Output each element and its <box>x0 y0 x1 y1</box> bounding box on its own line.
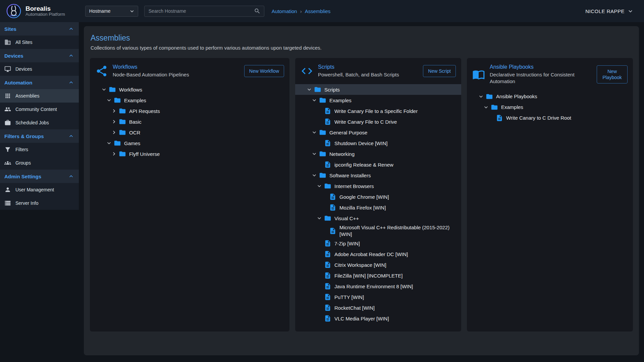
sidebar-item-scheduled-jobs[interactable]: Scheduled Jobs <box>0 116 79 129</box>
sidebar-section-automation[interactable]: Automation <box>0 76 79 89</box>
tree-node-write-canary-file-to-a-specific-folder[interactable]: Write Canary File to a Specific Folder <box>295 106 461 116</box>
chevron-right-icon[interactable] <box>111 107 119 115</box>
chevron-down-icon[interactable] <box>478 93 486 101</box>
tree-node-examples[interactable]: Examples <box>295 95 461 106</box>
tree-node-adobe-acrobat-reader-dc-win[interactable]: Adobe Acrobat Reader DC [WIN] <box>295 249 461 259</box>
sidebar-section-items: AssembliesCommunity ContentScheduled Job… <box>0 89 79 129</box>
tree-node-7-zip-win[interactable]: 7-Zip [WIN] <box>295 238 461 249</box>
sidebar-item-label: Server Info <box>15 200 38 206</box>
user-menu[interactable]: NICOLE RAPPE <box>585 8 634 15</box>
tree-node-scripts[interactable]: Scripts <box>295 84 461 95</box>
file-icon <box>329 204 336 211</box>
tree-node-rocketchat-win[interactable]: RocketChat [WIN] <box>295 302 461 313</box>
brand-name: Borealis <box>25 5 65 12</box>
file-icon <box>324 283 331 290</box>
tree-node-networking[interactable]: Networking <box>295 148 461 159</box>
new-playbook-button[interactable]: New Playbook <box>597 65 628 83</box>
assemblies-panel: Assemblies Collections of various types … <box>84 26 639 355</box>
tree-node-examples[interactable]: Examples <box>90 95 289 106</box>
tree-node-citrix-workspace-win[interactable]: Citrix Workspace [WIN] <box>295 259 461 270</box>
chevron-down-icon[interactable] <box>311 96 319 104</box>
hostname-select[interactable]: Hostname <box>85 6 138 17</box>
chevron-right-icon[interactable] <box>111 118 119 126</box>
tree-node-putty-win[interactable]: PuTTY [WIN] <box>295 292 461 302</box>
tree-node-label: Google Chrome [WIN] <box>339 194 389 200</box>
chevron-down-icon[interactable] <box>483 103 491 111</box>
new-script-button[interactable]: New Script <box>423 65 456 77</box>
chevron-right-icon[interactable] <box>111 128 119 136</box>
workflows-tree: WorkflowsExamplesAPI RequestsBasicOCRGam… <box>90 84 289 159</box>
tree-node-visual-c[interactable]: Visual C++ <box>295 213 461 224</box>
sidebar-section-admin-settings[interactable]: Admin Settings <box>0 170 79 183</box>
tree-node-label: Ansible Playbooks <box>496 93 537 100</box>
sidebar-item-groups[interactable]: Groups <box>0 156 79 170</box>
tree-node-label: Examples <box>501 104 523 111</box>
folder-icon <box>319 129 326 136</box>
breadcrumb-assemblies[interactable]: Assemblies <box>305 8 331 14</box>
tree-node-google-chrome-win[interactable]: Google Chrome [WIN] <box>295 191 461 202</box>
card-subtitle: Declarative Instructions for Consistent … <box>490 71 588 85</box>
tree-node-games[interactable]: Games <box>90 138 289 148</box>
chevron-down-icon[interactable] <box>101 85 109 94</box>
tree-node-vlc-media-player-win[interactable]: VLC Media Player [WIN] <box>295 313 461 324</box>
tree-node-microsoft-visual-c-redistributable-2015-2022-win[interactable]: Microsoft Visual C++ Redistributable (20… <box>295 224 461 238</box>
code-icon <box>301 65 313 77</box>
sidebar-section-sites[interactable]: Sites <box>0 22 79 36</box>
chevron-down-icon[interactable] <box>311 150 319 158</box>
tree-node-internet-browsers[interactable]: Internet Browsers <box>295 181 461 191</box>
tree-node-label: 7-Zip [WIN] <box>334 240 360 247</box>
tree-node-mozilla-firefox-win[interactable]: Mozilla Firefox [WIN] <box>295 202 461 213</box>
breadcrumb-automation[interactable]: Automation <box>272 8 297 14</box>
groups-icon <box>4 160 11 166</box>
chevron-up-icon <box>68 173 74 180</box>
chevron-down-icon[interactable] <box>316 182 324 190</box>
tree-node-shutdown-device-win[interactable]: Shutdown Device [WIN] <box>295 138 461 148</box>
chevron-down-icon[interactable] <box>311 128 319 136</box>
tree-node-flyff-universe[interactable]: Flyff Universe <box>90 148 289 159</box>
breadcrumb-separator: › <box>300 8 302 14</box>
playbooks-tree: Ansible PlaybooksExamplesWrite Canary to… <box>467 91 633 123</box>
tree-node-write-canary-file-to-c-drive[interactable]: Write Canary File to C Drive <box>295 116 461 127</box>
folder-icon <box>324 215 331 222</box>
tree-node-label: Scripts <box>324 86 340 93</box>
sidebar-item-user-management[interactable]: User Management <box>0 183 79 196</box>
tree-node-general-purpose[interactable]: General Purpose <box>295 127 461 138</box>
chevron-down-icon[interactable] <box>311 171 319 179</box>
sidebar-item-devices[interactable]: Devices <box>0 62 79 76</box>
tree-node-label: VLC Media Player [WIN] <box>334 315 389 322</box>
tree-node-examples[interactable]: Examples <box>467 102 633 113</box>
chevron-down-icon[interactable] <box>106 139 114 147</box>
chevron-down-icon[interactable] <box>106 96 114 104</box>
file-icon <box>324 272 331 279</box>
sidebar-item-assemblies[interactable]: Assemblies <box>0 89 79 103</box>
chevron-down-icon <box>129 8 135 14</box>
tree-node-write-canary-to-c-drive-root[interactable]: Write Canary to C Drive Root <box>467 113 633 123</box>
tree-node-label: OCR <box>129 129 140 136</box>
search-icon <box>254 8 261 14</box>
tree-node-basic[interactable]: Basic <box>90 116 289 127</box>
tree-node-workflows[interactable]: Workflows <box>90 84 289 95</box>
tree-node-filezilla-win-incomplete[interactable]: FileZilla [WIN] [INCOMPLETE] <box>295 270 461 281</box>
sidebar-item-filters[interactable]: Filters <box>0 143 79 156</box>
tree-node-ipconfig-release-renew[interactable]: ipconfig Release & Renew <box>295 159 461 170</box>
tree-node-ocr[interactable]: OCR <box>90 127 289 138</box>
new-workflow-button[interactable]: New Workflow <box>244 65 284 77</box>
sidebar-item-community-content[interactable]: Community Content <box>0 103 79 116</box>
search-input[interactable] <box>148 8 254 14</box>
folder-icon <box>114 139 121 147</box>
tree-node-software-installers[interactable]: Software Installers <box>295 170 461 181</box>
chevron-down-icon[interactable] <box>306 85 314 94</box>
tree-node-label: Workflows <box>119 86 142 93</box>
tree-node-ansible-playbooks[interactable]: Ansible Playbooks <box>467 91 633 102</box>
tree-node-api-requests[interactable]: API Requests <box>90 106 289 116</box>
chevron-up-icon <box>68 79 74 86</box>
sidebar-item-all-sites[interactable]: All Sites <box>0 36 79 49</box>
chevron-right-icon[interactable] <box>111 150 119 158</box>
sidebar-section-filters-groups[interactable]: Filters & Groups <box>0 129 79 143</box>
tree-node-java-runtime-environment-8-win[interactable]: Java Runtime Environment 8 [WIN] <box>295 281 461 292</box>
folder-icon <box>324 182 331 190</box>
sidebar-section-devices[interactable]: Devices <box>0 49 79 62</box>
sidebar-item-server-info[interactable]: Server Info <box>0 196 79 210</box>
folder-icon <box>319 97 326 104</box>
chevron-down-icon[interactable] <box>316 214 324 222</box>
